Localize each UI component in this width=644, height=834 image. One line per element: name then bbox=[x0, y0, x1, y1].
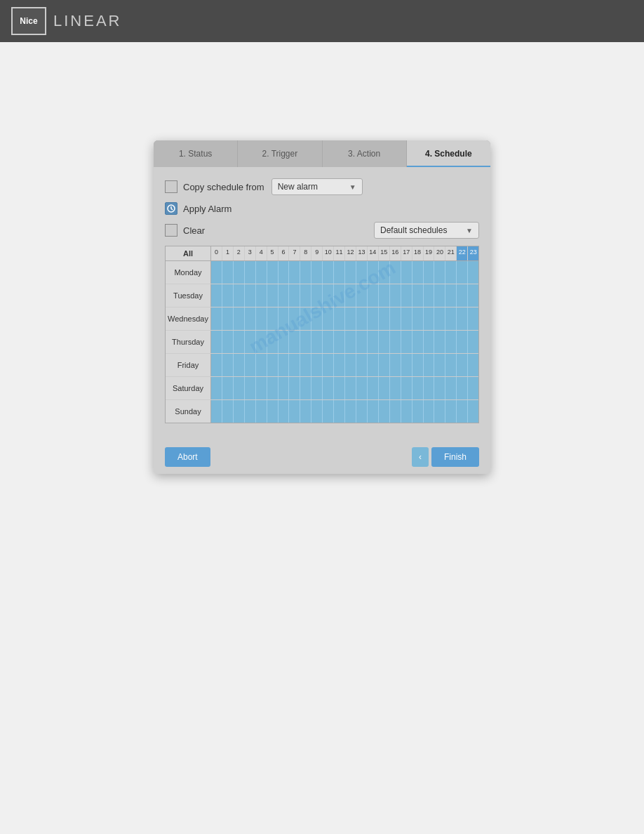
monday-cell-9[interactable] bbox=[311, 261, 323, 284]
clear-row: Clear Default schedules ▼ bbox=[165, 222, 479, 239]
hour-22[interactable]: 22 bbox=[457, 246, 468, 260]
hour-6[interactable]: 6 bbox=[279, 246, 290, 260]
tab-bar: 1. Status 2. Trigger 3. Action 4. Schedu… bbox=[154, 140, 490, 167]
hour-7[interactable]: 7 bbox=[289, 246, 300, 260]
monday-cell-13[interactable] bbox=[356, 261, 368, 284]
monday-cell-4[interactable] bbox=[256, 261, 267, 284]
monday-cell-3[interactable] bbox=[245, 261, 256, 284]
row-sunday: Sunday bbox=[166, 400, 478, 423]
hour-14[interactable]: 14 bbox=[368, 246, 379, 260]
thursday-data[interactable] bbox=[211, 331, 478, 353]
day-saturday[interactable]: Saturday bbox=[166, 377, 211, 399]
clear-label: Clear bbox=[183, 225, 205, 236]
schedule-grid: All 0 1 2 3 4 5 6 7 8 9 10 bbox=[165, 246, 479, 423]
copy-schedule-checkbox[interactable] bbox=[165, 180, 177, 193]
hour-20[interactable]: 20 bbox=[434, 246, 445, 260]
hour-5[interactable]: 5 bbox=[267, 246, 279, 260]
tab-action[interactable]: 3. Action bbox=[323, 140, 407, 167]
hour-18[interactable]: 18 bbox=[412, 246, 424, 260]
monday-cell-5[interactable] bbox=[267, 261, 279, 284]
tab-schedule[interactable]: 4. Schedule bbox=[407, 140, 490, 167]
grid-corner-all[interactable]: All bbox=[166, 246, 211, 260]
hour-0[interactable]: 0 bbox=[211, 246, 222, 260]
day-wednesday[interactable]: Wednesday bbox=[166, 307, 211, 330]
day-sunday[interactable]: Sunday bbox=[166, 400, 211, 423]
apply-alarm-checkbox[interactable] bbox=[165, 202, 177, 215]
wednesday-data[interactable] bbox=[211, 307, 478, 330]
row-tuesday: Tuesday bbox=[166, 284, 478, 307]
monday-cell-7[interactable] bbox=[289, 261, 300, 284]
monday-cell-0[interactable] bbox=[211, 261, 222, 284]
monday-cell-21[interactable] bbox=[445, 261, 457, 284]
monday-cell-2[interactable] bbox=[234, 261, 245, 284]
sunday-data[interactable] bbox=[211, 400, 478, 423]
monday-cell-20[interactable] bbox=[434, 261, 445, 284]
monday-cell-10[interactable] bbox=[323, 261, 334, 284]
copy-schedule-dropdown[interactable]: New alarm ▼ bbox=[271, 178, 363, 195]
grid-header-row: All 0 1 2 3 4 5 6 7 8 9 10 bbox=[166, 246, 478, 261]
monday-cell-6[interactable] bbox=[279, 261, 290, 284]
hour-10[interactable]: 10 bbox=[323, 246, 334, 260]
day-thursday[interactable]: Thursday bbox=[166, 331, 211, 353]
monday-cell-19[interactable] bbox=[424, 261, 435, 284]
hour-21[interactable]: 21 bbox=[445, 246, 457, 260]
hour-12[interactable]: 12 bbox=[345, 246, 356, 260]
hour-13[interactable]: 13 bbox=[356, 246, 368, 260]
monday-cell-22[interactable] bbox=[457, 261, 468, 284]
monday-cell-11[interactable] bbox=[334, 261, 345, 284]
alarm-icon bbox=[166, 204, 176, 213]
footer-right-controls: ‹ Finish bbox=[412, 447, 479, 467]
grid-hours: 0 1 2 3 4 5 6 7 8 9 10 11 12 bbox=[211, 246, 478, 260]
hour-16[interactable]: 16 bbox=[390, 246, 401, 260]
tuesday-data[interactable] bbox=[211, 284, 478, 307]
saturday-data[interactable] bbox=[211, 377, 478, 399]
hour-23[interactable]: 23 bbox=[468, 246, 478, 260]
hour-8[interactable]: 8 bbox=[300, 246, 311, 260]
clear-checkbox[interactable] bbox=[165, 224, 177, 237]
monday-cell-1[interactable] bbox=[222, 261, 234, 284]
monday-cell-8[interactable] bbox=[300, 261, 311, 284]
finish-button[interactable]: Finish bbox=[431, 447, 479, 467]
monday-cell-15[interactable] bbox=[379, 261, 390, 284]
monday-cell-12[interactable] bbox=[345, 261, 356, 284]
monday-cell-17[interactable] bbox=[401, 261, 412, 284]
hour-2[interactable]: 2 bbox=[234, 246, 245, 260]
hour-1[interactable]: 1 bbox=[222, 246, 234, 260]
hour-15[interactable]: 15 bbox=[379, 246, 390, 260]
schedule-dialog: 1. Status 2. Trigger 3. Action 4. Schedu… bbox=[154, 140, 490, 474]
row-monday: Monday bbox=[166, 261, 478, 284]
monday-cell-18[interactable] bbox=[412, 261, 424, 284]
copy-schedule-row: Copy schedule from New alarm ▼ bbox=[165, 178, 479, 195]
dialog-body: Copy schedule from New alarm ▼ bbox=[154, 167, 490, 435]
monday-cell-14[interactable] bbox=[368, 261, 379, 284]
monday-data[interactable] bbox=[211, 261, 478, 284]
copy-schedule-dropdown-arrow: ▼ bbox=[349, 183, 356, 191]
row-saturday: Saturday bbox=[166, 377, 478, 400]
tab-status[interactable]: 1. Status bbox=[154, 140, 238, 167]
day-monday[interactable]: Monday bbox=[166, 261, 211, 284]
tab-trigger[interactable]: 2. Trigger bbox=[238, 140, 322, 167]
back-button[interactable]: ‹ bbox=[412, 447, 429, 467]
monday-cell-23[interactable] bbox=[468, 261, 478, 284]
hour-9[interactable]: 9 bbox=[311, 246, 323, 260]
row-wednesday: Wednesday bbox=[166, 307, 478, 331]
hour-11[interactable]: 11 bbox=[334, 246, 345, 260]
hour-3[interactable]: 3 bbox=[245, 246, 256, 260]
apply-alarm-label: Apply Alarm bbox=[183, 204, 232, 214]
linear-logo-text: LINEAR bbox=[53, 12, 121, 30]
friday-data[interactable] bbox=[211, 354, 478, 376]
hour-19[interactable]: 19 bbox=[424, 246, 435, 260]
abort-button[interactable]: Abort bbox=[165, 447, 210, 467]
day-friday[interactable]: Friday bbox=[166, 354, 211, 376]
day-tuesday[interactable]: Tuesday bbox=[166, 284, 211, 307]
copy-schedule-label: Copy schedule from bbox=[183, 182, 264, 192]
default-schedules-dropdown[interactable]: Default schedules ▼ bbox=[374, 222, 479, 239]
back-icon: ‹ bbox=[419, 452, 422, 462]
row-thursday: Thursday bbox=[166, 331, 478, 354]
monday-cell-16[interactable] bbox=[390, 261, 401, 284]
hour-17[interactable]: 17 bbox=[401, 246, 412, 260]
hour-4[interactable]: 4 bbox=[256, 246, 267, 260]
dialog-wrapper: 1. Status 2. Trigger 3. Action 4. Schedu… bbox=[154, 140, 490, 474]
row-friday: Friday bbox=[166, 354, 478, 377]
dialog-footer: Abort ‹ Finish bbox=[154, 440, 490, 474]
